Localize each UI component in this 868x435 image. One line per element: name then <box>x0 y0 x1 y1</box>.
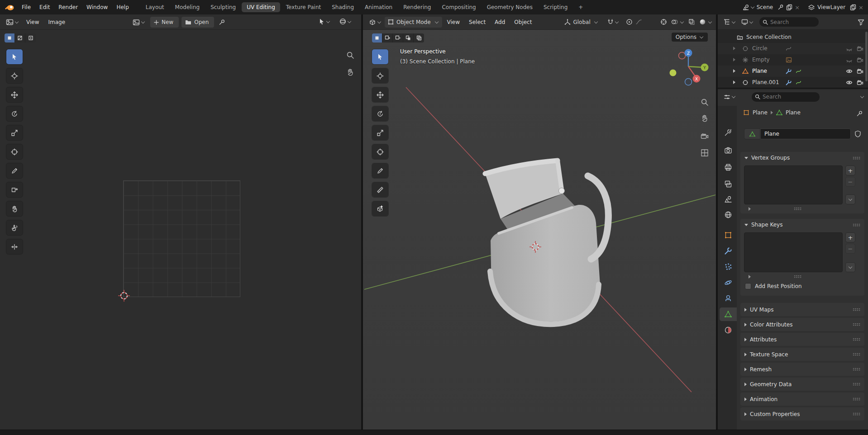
proportional-falloff-icon[interactable] <box>635 19 642 25</box>
vertex-groups-list[interactable] <box>744 165 843 204</box>
transform-tool-button[interactable] <box>372 144 388 159</box>
uv-annotate-tool-button[interactable] <box>6 163 23 178</box>
rotate-tool-button[interactable] <box>372 106 388 121</box>
tab-uv-editing[interactable]: UV Editing <box>242 2 280 12</box>
disable-render-camera-icon[interactable] <box>857 45 863 52</box>
scale-tool-button[interactable] <box>372 125 388 140</box>
hide-eye-icon[interactable] <box>846 80 853 85</box>
tab-output-properties[interactable] <box>720 161 737 174</box>
vertex-group-specials-button[interactable] <box>845 194 855 204</box>
tab-modeling[interactable]: Modeling <box>170 2 205 12</box>
view-menu[interactable]: View <box>443 17 464 27</box>
object-menu[interactable]: Object <box>510 17 536 27</box>
select-extend-mode-button[interactable] <box>382 33 393 43</box>
tab-tool-properties[interactable] <box>720 126 737 139</box>
pan-hand-icon[interactable] <box>346 68 354 76</box>
pin-icon[interactable] <box>856 110 863 117</box>
mode-dropdown[interactable]: Object Mode <box>385 17 442 28</box>
uv-grab-tool-button[interactable] <box>6 201 23 216</box>
menu-help[interactable]: Help <box>112 2 133 12</box>
breadcrumb-data[interactable]: Plane <box>786 109 801 116</box>
add-cube-tool-button[interactable] <box>372 201 388 216</box>
add-workspace-button[interactable]: + <box>573 2 588 12</box>
shape-keys-panel-header[interactable]: Shape Keys <box>740 219 864 231</box>
uv-scale-tool-button[interactable] <box>6 125 23 140</box>
menu-file[interactable]: File <box>18 2 35 12</box>
tab-sculpting[interactable]: Sculpting <box>205 2 241 12</box>
tab-scripting[interactable]: Scripting <box>539 2 572 12</box>
outliner-search[interactable] <box>759 17 819 27</box>
drag-grip-icon[interactable] <box>853 338 860 341</box>
outliner-scrollbar[interactable] <box>865 32 868 81</box>
add-vertex-group-button[interactable]: + <box>845 165 855 175</box>
uv-rip-region-tool-button[interactable] <box>6 182 23 197</box>
add-rest-position-checkbox[interactable] <box>745 283 751 289</box>
chevron-down-icon[interactable] <box>860 95 864 98</box>
uv-2d-cursor[interactable] <box>114 286 134 306</box>
select-set-mode-button[interactable] <box>372 33 382 43</box>
select-menu[interactable]: Select <box>465 17 490 27</box>
annotate-tool-button[interactable] <box>372 163 388 178</box>
scene-selector[interactable]: Scene <box>740 3 776 12</box>
tab-material-properties[interactable] <box>720 323 737 337</box>
uv-select-tool-dropdown[interactable] <box>316 17 333 26</box>
drag-grip-icon[interactable] <box>794 275 801 278</box>
uv-menu-view[interactable]: View <box>22 17 43 27</box>
camera-view-icon[interactable] <box>701 132 709 140</box>
viewport-editor-type-button[interactable] <box>367 17 384 27</box>
expand-icon[interactable] <box>733 80 735 84</box>
uv-editor-type-button[interactable] <box>4 17 21 27</box>
drag-grip-icon[interactable] <box>853 223 860 227</box>
menu-window[interactable]: Window <box>82 2 112 12</box>
tab-physics-properties[interactable] <box>720 276 737 289</box>
tab-shading[interactable]: Shading <box>327 2 359 12</box>
shape-key-specials-button[interactable] <box>845 262 855 272</box>
custom-properties-panel[interactable]: Custom Properties <box>740 407 864 421</box>
zoom-icon[interactable] <box>346 51 354 59</box>
uv-select-mode-edge-button[interactable] <box>15 33 25 43</box>
drag-grip-icon[interactable] <box>853 412 860 416</box>
fake-user-shield-icon[interactable] <box>854 130 861 137</box>
filter-icon[interactable] <box>858 19 864 25</box>
data-name-input[interactable] <box>760 128 851 139</box>
uv-rotate-tool-button[interactable] <box>6 106 23 121</box>
tab-object-properties[interactable] <box>720 228 737 242</box>
add-menu[interactable]: Add <box>491 17 509 27</box>
drag-grip-icon[interactable] <box>853 353 860 356</box>
new-image-button[interactable]: New <box>150 17 179 28</box>
blender-logo[interactable] <box>5 4 14 11</box>
select-box-tool-button[interactable] <box>372 49 388 64</box>
animation-panel[interactable]: Animation <box>740 392 864 406</box>
tab-layout[interactable]: Layout <box>141 2 169 12</box>
remove-vertex-group-button[interactable]: − <box>845 177 855 187</box>
show-gizmo-icon[interactable] <box>660 19 667 25</box>
tab-scene-properties[interactable] <box>720 193 737 206</box>
subpanel-expand-icon[interactable] <box>749 275 751 279</box>
shading-mode-toggle[interactable] <box>699 19 712 25</box>
remove-viewlayer-icon[interactable]: × <box>858 4 863 11</box>
tab-animation[interactable]: Animation <box>360 2 397 12</box>
hide-eye-icon[interactable] <box>846 46 853 52</box>
model-plane-object[interactable] <box>485 161 608 324</box>
attributes-panel[interactable]: Attributes <box>740 333 864 346</box>
hide-eye-icon[interactable] <box>846 68 853 74</box>
move-tool-button[interactable] <box>372 87 388 102</box>
uv-pinch-tool-button[interactable] <box>6 239 23 254</box>
tab-texture-paint[interactable]: Texture Paint <box>281 2 326 12</box>
select-intersect-mode-button[interactable] <box>414 33 424 43</box>
cursor-tool-button[interactable] <box>372 68 388 83</box>
geometry-data-panel[interactable]: Geometry Data <box>740 378 864 391</box>
uv-select-mode-face-button[interactable] <box>25 33 36 43</box>
tab-rendering[interactable]: Rendering <box>398 2 436 12</box>
menu-render[interactable]: Render <box>54 2 82 12</box>
uv-overlays-dropdown[interactable] <box>337 17 354 26</box>
outliner-search-input[interactable] <box>770 19 816 25</box>
outliner-row-plane[interactable]: Plane <box>718 66 865 77</box>
remesh-panel[interactable]: Remesh <box>740 363 864 376</box>
tool-options-button[interactable]: Options <box>672 33 708 42</box>
outliner-row-plane-001[interactable]: Plane.001 <box>718 77 865 88</box>
uv-move-tool-button[interactable] <box>6 87 23 102</box>
outliner-display-mode-button[interactable] <box>739 17 756 27</box>
remove-shape-key-button[interactable]: − <box>845 244 855 254</box>
properties-editor-type-button[interactable] <box>721 92 738 102</box>
